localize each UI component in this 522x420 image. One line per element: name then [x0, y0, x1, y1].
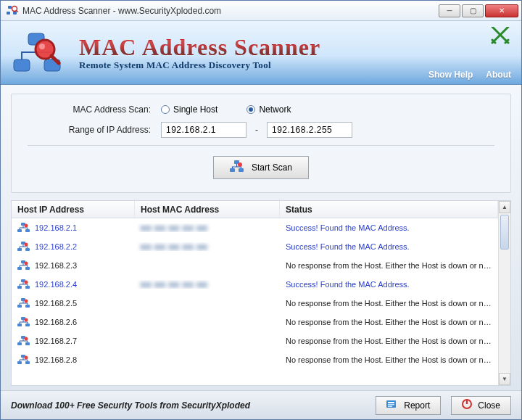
swords-icon [489, 27, 511, 48]
cell-status: No response from the Host. Either the Ho… [280, 318, 498, 326]
svg-point-10 [39, 44, 45, 49]
cell-ip: 192.168.2.4 [35, 280, 77, 289]
start-scan-button[interactable]: Start Scan [213, 156, 309, 179]
network-icon [17, 260, 30, 271]
cell-mac: ■■ ■■ ■■ ■■ ■■ [135, 280, 280, 289]
svg-rect-26 [25, 267, 30, 270]
table-row[interactable]: 192.168.2.8No response from the Host. Ei… [12, 350, 498, 369]
svg-point-23 [25, 242, 28, 246]
cell-status: Success! Found the MAC Address. [280, 280, 498, 289]
svg-rect-6 [14, 59, 30, 71]
network-icon [17, 279, 30, 289]
svg-rect-41 [17, 342, 22, 345]
col-header-mac[interactable]: Host MAC Address [135, 201, 280, 218]
cell-status: No response from the Host. Either the Ho… [280, 299, 498, 308]
table-row[interactable]: 192.168.2.4■■ ■■ ■■ ■■ ■■Success! Found … [12, 275, 498, 294]
svg-rect-25 [17, 267, 22, 270]
radio-icon [246, 105, 255, 114]
close-label: Close [478, 400, 500, 411]
footer: Download 100+ Free Security Tools from S… [1, 390, 521, 419]
banner-titles: MAC Address Scanner Remote System MAC Ad… [79, 34, 320, 71]
scan-type-label: MAC Address Scan: [28, 104, 161, 115]
panel-divider [28, 145, 494, 146]
svg-rect-0 [8, 6, 12, 9]
scroll-down-icon[interactable]: ▼ [499, 373, 510, 385]
vertical-scrollbar[interactable]: ▲ ▼ [498, 201, 510, 385]
banner-logo-icon [12, 32, 66, 74]
scan-icon [230, 160, 244, 176]
svg-rect-17 [17, 229, 22, 232]
close-button[interactable]: Close [451, 396, 511, 415]
start-scan-label: Start Scan [252, 162, 292, 173]
scroll-thumb[interactable] [500, 215, 509, 250]
cell-ip: 192.168.2.8 [35, 355, 77, 364]
cell-status: Success! Found the MAC Address. [280, 223, 498, 232]
app-icon [7, 5, 18, 17]
svg-rect-42 [25, 342, 30, 345]
table-body: 192.168.2.1■■ ■■ ■■ ■■ ■■Success! Found … [12, 218, 498, 369]
network-radio[interactable]: Network [246, 104, 291, 115]
maximize-button[interactable]: ▢ [462, 4, 484, 17]
power-icon [462, 399, 472, 411]
svg-rect-13 [230, 168, 235, 172]
banner: MAC Address Scanner Remote System MAC Ad… [1, 21, 521, 85]
svg-rect-46 [25, 361, 30, 364]
report-label: Report [404, 400, 430, 411]
svg-rect-51 [388, 406, 392, 408]
range-dash: - [255, 125, 258, 135]
cell-status: Success! Found the MAC Address. [280, 242, 498, 251]
close-window-button[interactable]: ✕ [485, 4, 518, 17]
ip-range-label: Range of IP Address: [28, 125, 161, 135]
table-row[interactable]: 192.168.2.2■■ ■■ ■■ ■■ ■■Success! Found … [12, 237, 498, 256]
app-title: MAC Address Scanner [79, 34, 320, 61]
report-icon [386, 399, 398, 411]
ip-to-input[interactable] [267, 122, 352, 138]
svg-rect-18 [25, 229, 30, 232]
cell-status: No response from the Host. Either the Ho… [280, 355, 498, 364]
svg-rect-34 [25, 305, 30, 308]
table-row[interactable]: 192.168.2.7No response from the Host. Ei… [12, 332, 498, 350]
network-icon [17, 336, 30, 346]
app-window: MAC Address Scanner - www.SecurityXplode… [0, 0, 522, 420]
svg-rect-29 [17, 286, 22, 289]
svg-point-31 [25, 280, 28, 284]
single-host-radio[interactable]: Single Host [161, 104, 218, 115]
table-row[interactable]: 192.168.2.5No response from the Host. Ei… [12, 294, 498, 313]
ip-from-input[interactable] [161, 122, 246, 138]
cell-ip: 192.168.2.2 [35, 242, 77, 251]
svg-rect-30 [25, 286, 30, 289]
network-icon [17, 298, 30, 308]
table-row[interactable]: 192.168.2.6No response from the Host. Ei… [12, 313, 498, 332]
window-controls: ─ ▢ ✕ [439, 4, 518, 17]
content-area: MAC Address Scan: Single Host Network Ra… [1, 85, 521, 390]
svg-rect-1 [7, 12, 10, 15]
banner-menu: Show Help About [428, 70, 511, 80]
col-header-status[interactable]: Status [280, 201, 498, 218]
svg-rect-2 [13, 12, 17, 15]
minimize-button[interactable]: ─ [439, 4, 460, 17]
svg-rect-21 [17, 248, 22, 251]
cell-ip: 192.168.2.1 [35, 223, 77, 232]
svg-rect-49 [388, 402, 394, 403]
scroll-up-icon[interactable]: ▲ [499, 201, 510, 213]
cell-ip: 192.168.2.3 [35, 261, 77, 270]
download-link[interactable]: Download 100+ Free Security Tools from S… [11, 400, 365, 411]
radio-icon [161, 105, 170, 114]
show-help-link[interactable]: Show Help [428, 70, 473, 80]
svg-line-4 [16, 10, 17, 12]
svg-rect-50 [388, 404, 394, 405]
svg-rect-45 [17, 361, 22, 364]
cell-ip: 192.168.2.6 [35, 318, 77, 326]
svg-point-39 [25, 318, 28, 321]
col-header-ip[interactable]: Host IP Address [12, 201, 135, 218]
svg-rect-22 [25, 248, 30, 251]
titlebar[interactable]: MAC Address Scanner - www.SecurityXplode… [1, 1, 521, 21]
table-row[interactable]: 192.168.2.1■■ ■■ ■■ ■■ ■■Success! Found … [12, 218, 498, 237]
svg-rect-33 [17, 305, 22, 308]
report-button[interactable]: Report [376, 396, 441, 415]
scan-options-panel: MAC Address Scan: Single Host Network Ra… [11, 94, 511, 193]
table-row[interactable]: 192.168.2.3No response from the Host. Ei… [12, 256, 498, 275]
svg-rect-37 [17, 324, 22, 326]
results-table: Host IP Address Host MAC Address Status … [11, 200, 511, 386]
about-link[interactable]: About [486, 70, 511, 80]
